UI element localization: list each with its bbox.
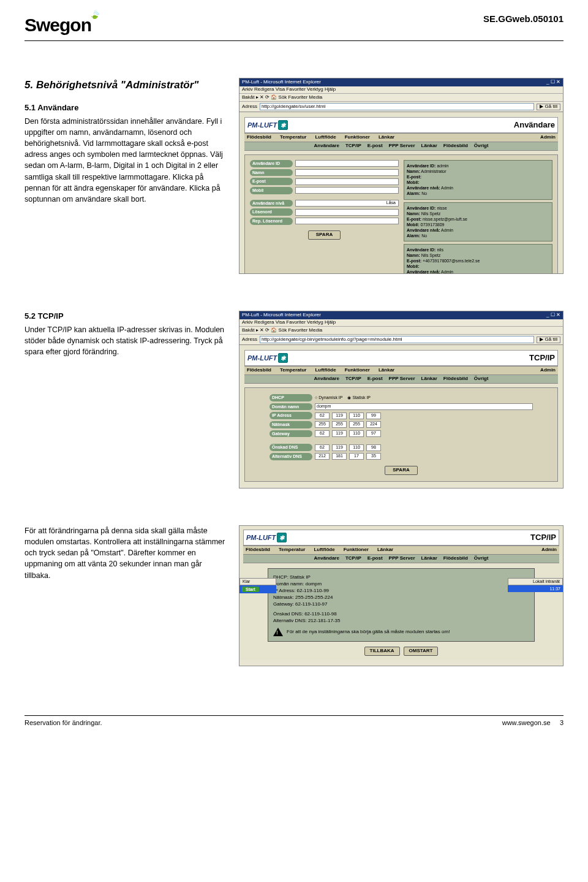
fan-icon: ✱ <box>277 533 287 542</box>
nav-item[interactable]: TCP/IP <box>345 376 361 382</box>
restart-button[interactable]: OMSTART <box>404 647 439 656</box>
nav-item[interactable]: Luftflöde <box>315 368 336 373</box>
nav-item[interactable]: E-post <box>368 556 383 561</box>
nav-item[interactable]: Flödesbild <box>443 376 468 382</box>
nav-admin[interactable]: Admin <box>540 368 556 373</box>
dns2-oct[interactable]: 17 <box>349 453 364 460</box>
user-list: Användare ID: admin Namn: Administrator … <box>404 160 552 274</box>
nav-item[interactable]: E-post <box>368 143 383 149</box>
nav-item[interactable]: Övrigt <box>474 143 489 149</box>
nav-item[interactable]: Användare <box>314 376 339 382</box>
back-button[interactable]: TILLBAKA <box>364 647 400 656</box>
nav-item[interactable]: Länkar <box>421 556 437 561</box>
gw-oct[interactable]: 62 <box>315 430 330 437</box>
nav-item[interactable]: Länkar <box>421 376 437 382</box>
nav-item[interactable]: Luftflöde <box>314 547 334 553</box>
nav-item[interactable]: Användare <box>314 556 339 561</box>
user-row[interactable]: Användare ID: admin Namn: Administrator … <box>404 160 552 200</box>
gw-oct[interactable]: 119 <box>332 430 347 437</box>
nav-item[interactable]: Flödesbild <box>246 547 270 553</box>
screenshot-restart: PM-LUFT✱ TCP/IP Flödesbild Temperatur Lu… <box>239 525 564 666</box>
nav-item[interactable]: Flödesbild <box>443 556 468 561</box>
nav-item[interactable]: TCP/IP <box>345 143 361 149</box>
gw-oct[interactable]: 97 <box>366 430 381 437</box>
radio-dynamic[interactable]: ○ Dynamisk IP <box>315 395 342 400</box>
save-button[interactable]: SPARA <box>308 230 341 240</box>
go-button[interactable]: ▶ Gå till <box>537 336 560 343</box>
section-5-2-body: Under TCP/IP kan aktuella IP-adresser sk… <box>24 324 227 357</box>
nav-item[interactable]: Användare <box>314 143 339 149</box>
nav-item[interactable]: Övrigt <box>474 376 489 382</box>
rep-password-input[interactable] <box>295 218 399 224</box>
dns1-oct[interactable]: 119 <box>332 444 347 451</box>
nav-item[interactable]: Flödesbild <box>247 135 271 140</box>
nav-item[interactable]: Funktioner <box>344 547 369 553</box>
nav-item[interactable]: Flödesbild <box>247 368 271 373</box>
start-button[interactable]: Start <box>242 587 259 593</box>
menubar[interactable]: Arkiv Redigera Visa Favoriter Verktyg Hj… <box>239 319 563 327</box>
window-controls[interactable]: _ ☐ ✕ <box>546 313 560 318</box>
radio-static[interactable]: ◉ Statisk IP <box>347 395 371 400</box>
nav-item[interactable]: TCP/IP <box>345 556 361 561</box>
footer-right: www.swegon.se 3 <box>502 718 564 728</box>
user-row[interactable]: Användare ID: nisse Namn: Nils Spetz E-p… <box>404 202 552 242</box>
email-input[interactable] <box>295 178 399 185</box>
save-button[interactable]: SPARA <box>385 466 417 475</box>
dhcp-label: DHCP <box>270 394 312 401</box>
toolbar[interactable]: Bakåt ▸ ✕ ⟳ 🏠 Sök Favoriter Media <box>239 94 563 102</box>
nav-item[interactable]: Länkar <box>379 368 394 373</box>
nav-admin[interactable]: Admin <box>540 135 556 140</box>
mask-oct[interactable]: 224 <box>366 421 381 428</box>
footer-left: Reservation för ändringar. <box>24 718 102 728</box>
window-title: PM-Luft - Microsoft Internet Explorer <box>242 80 321 85</box>
nav-item[interactable]: PPP Server <box>389 556 415 561</box>
mask-oct[interactable]: 255 <box>349 421 364 428</box>
nav-item[interactable]: Funktioner <box>345 135 370 140</box>
nav-admin[interactable]: Admin <box>541 547 557 553</box>
nav-item[interactable]: Länkar <box>379 135 394 140</box>
section-5-2b-row: För att förändringarna på denna sida ska… <box>24 525 564 666</box>
window-controls[interactable]: _ ☐ ✕ <box>546 80 560 85</box>
ip-oct[interactable]: 110 <box>349 412 364 419</box>
nav-item[interactable]: PPP Server <box>389 376 415 382</box>
nav-item[interactable]: Temperatur <box>280 368 306 373</box>
mask-oct[interactable]: 255 <box>332 421 347 428</box>
addr-field[interactable]: http://goldengate/sv/user.html <box>260 103 534 110</box>
ip-oct[interactable]: 119 <box>332 412 347 419</box>
nav-item[interactable]: Luftflöde <box>315 135 336 140</box>
dns2-oct[interactable]: 181 <box>332 453 347 460</box>
nav-item[interactable]: Flödesbild <box>443 143 468 149</box>
mask-oct[interactable]: 255 <box>315 421 330 428</box>
gw-oct[interactable]: 110 <box>349 430 364 437</box>
level-select[interactable]: Låsa <box>295 200 399 207</box>
addr-field[interactable]: http://goldengate/cgi-bin/getmoduleinfo.… <box>260 336 534 343</box>
user-row[interactable]: Användare ID: nils Namn: Nils Spetz E-po… <box>404 244 552 274</box>
mobile-input[interactable] <box>295 187 399 194</box>
password-input[interactable] <box>295 209 399 216</box>
nav-item[interactable]: Funktioner <box>345 368 370 373</box>
dns2-oct[interactable]: 35 <box>366 453 381 460</box>
dns1-oct[interactable]: 62 <box>315 444 330 451</box>
ip-oct[interactable]: 99 <box>366 412 381 419</box>
nav-item[interactable]: Övrigt <box>474 556 489 561</box>
ip-oct[interactable]: 62 <box>315 412 330 419</box>
document-id: SE.GGweb.050101 <box>483 12 564 25</box>
addr-label: Adress <box>242 104 257 110</box>
name-input[interactable] <box>295 169 399 176</box>
nav-item[interactable]: PPP Server <box>389 143 415 149</box>
dns1-oct[interactable]: 110 <box>349 444 364 451</box>
domain-input[interactable]: dompm <box>315 403 533 410</box>
menubar[interactable]: Arkiv Redigera Visa Favoriter Verktyg Hj… <box>239 86 563 94</box>
nav-item[interactable]: Temperatur <box>280 135 306 140</box>
nav-item[interactable]: E-post <box>368 376 383 382</box>
toolbar[interactable]: Bakåt ▸ ✕ ⟳ 🏠 Sök Favoriter Media <box>239 327 563 335</box>
user-id-input[interactable] <box>295 160 399 167</box>
dns1-oct[interactable]: 98 <box>366 444 381 451</box>
go-button[interactable]: ▶ Gå till <box>537 104 560 110</box>
dns2-oct[interactable]: 212 <box>315 453 330 460</box>
nav-item[interactable]: Temperatur <box>279 547 305 553</box>
nav-item[interactable]: Länkar <box>421 143 437 149</box>
taskbar-clock: 11:37 <box>549 587 560 591</box>
page-header: Swegon 🍃 SE.GGweb.050101 <box>24 12 564 41</box>
nav-item[interactable]: Länkar <box>377 547 393 553</box>
